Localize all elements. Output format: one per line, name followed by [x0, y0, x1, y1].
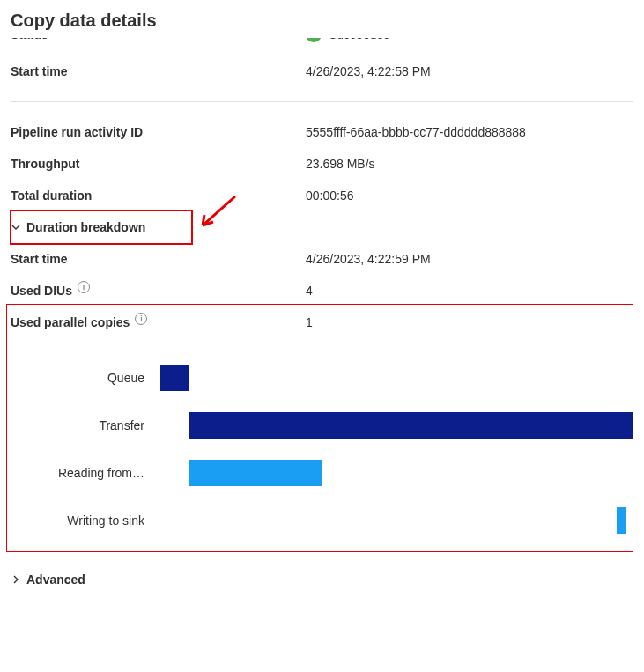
duration-breakdown-expander[interactable]: Duration breakdown: [11, 220, 145, 234]
bd-start-time-value: 4/26/2023, 4:22:59 PM: [306, 252, 633, 266]
chart-bar-reading: [189, 460, 321, 486]
chart-row-transfer: Transfer: [11, 402, 633, 449]
start-time-value: 4/26/2023, 4:22:58 PM: [306, 64, 633, 78]
total-duration-row: Total duration 00:00:56: [11, 180, 633, 211]
used-parallel-label: Used parallel copies i: [11, 315, 306, 329]
pipeline-id-row: Pipeline run activity ID 5555ffff-66aa-b…: [11, 116, 633, 148]
section-divider: [11, 101, 633, 102]
chart-label-transfer: Transfer: [11, 418, 160, 432]
info-icon[interactable]: i: [78, 281, 90, 293]
chart-bar-writing: [617, 507, 626, 534]
chart-label-writing: Writing to sink: [11, 513, 160, 528]
chevron-right-icon: [11, 574, 21, 585]
start-time-label: Start time: [11, 64, 306, 78]
duration-breakdown-row: Duration breakdown: [11, 211, 633, 243]
highlighted-section: Used parallel copies i 1 Queue Transfer …: [11, 306, 633, 544]
advanced-label: Advanced: [26, 572, 85, 587]
start-time-row: Start time 4/26/2023, 4:22:58 PM: [11, 55, 633, 87]
throughput-label: Throughput: [11, 157, 306, 171]
used-dius-label: Used DIUs i: [11, 284, 306, 298]
chart-label-reading: Reading from…: [11, 466, 160, 480]
throughput-row: Throughput 23.698 MB/s: [11, 148, 633, 180]
used-dius-row: Used DIUs i 4: [11, 275, 633, 306]
throughput-value: 23.698 MB/s: [306, 157, 633, 171]
total-duration-label: Total duration: [11, 188, 306, 203]
chevron-down-icon: [11, 222, 21, 233]
chart-bar-transfer: [189, 412, 633, 439]
chart-bar-queue: [160, 365, 189, 391]
status-text: Succeeded: [329, 38, 390, 41]
chart-row-writing: Writing to sink: [11, 497, 633, 544]
chart-row-queue: Queue: [11, 354, 633, 402]
chart-row-reading: Reading from…: [11, 449, 633, 497]
info-icon[interactable]: i: [135, 313, 147, 325]
used-parallel-row: Used parallel copies i 1: [11, 306, 633, 338]
used-parallel-value: 1: [306, 315, 633, 329]
success-check-icon: [306, 38, 322, 42]
pipeline-id-label: Pipeline run activity ID: [11, 125, 306, 139]
used-dius-value: 4: [306, 284, 633, 298]
advanced-row: Advanced: [11, 564, 633, 595]
status-label: Status: [11, 38, 306, 41]
copy-data-details-panel: Copy data details Status Succeeded Start…: [11, 11, 633, 595]
pipeline-id-value: 5555ffff-66aa-bbbb-cc77-dddddd888888: [306, 125, 633, 139]
status-value: Succeeded: [306, 38, 633, 42]
chart-label-queue: Queue: [11, 371, 160, 385]
duration-breakdown-label: Duration breakdown: [26, 220, 145, 234]
duration-breakdown-chart: Queue Transfer Reading from… Writing to …: [11, 354, 633, 544]
panel-title: Copy data details: [11, 11, 633, 31]
bd-start-time-label: Start time: [11, 252, 306, 266]
bd-start-time-row: Start time 4/26/2023, 4:22:59 PM: [11, 243, 633, 275]
status-row: Status Succeeded: [11, 38, 633, 55]
advanced-expander[interactable]: Advanced: [11, 572, 85, 587]
total-duration-value: 00:00:56: [306, 188, 633, 203]
